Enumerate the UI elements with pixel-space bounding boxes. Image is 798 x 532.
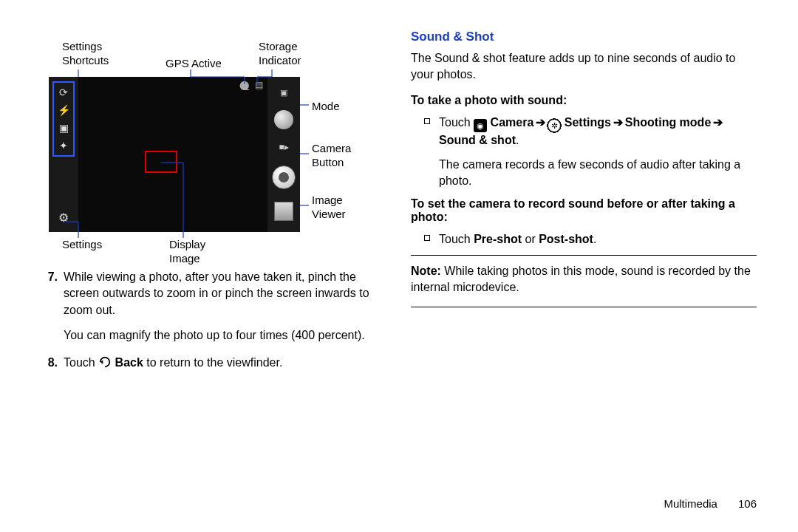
intro-para: The Sound & shot feature adds up to nine… xyxy=(411,50,757,83)
step-text: While viewing a photo, after you have ta… xyxy=(64,269,381,318)
brightness-icon: ✦ xyxy=(59,140,68,151)
bullet-marker xyxy=(424,118,430,124)
video-icon: ■▸ xyxy=(279,142,288,152)
footer-page: 106 xyxy=(738,497,757,510)
label-gps-active: GPS Active xyxy=(166,57,222,71)
label-settings: Settings xyxy=(62,238,102,252)
sub-text: The camera records a few seconds of audi… xyxy=(439,158,740,187)
bold-text: Back xyxy=(112,356,143,369)
switch-camera-icon: ⟳ xyxy=(59,87,68,98)
camera-diagram: Settings Shortcuts GPS Active Storage In… xyxy=(49,30,359,244)
step-7-sub: You can magnify the photo up to four tim… xyxy=(64,327,381,344)
text: or xyxy=(522,233,539,245)
focus-rectangle xyxy=(145,151,177,173)
still-icon: ▣ xyxy=(280,88,287,98)
arrow: ➔ xyxy=(611,115,625,131)
metering-icon: ▣ xyxy=(59,123,69,133)
bullet-marker xyxy=(424,235,430,241)
bullet-2: Touch Pre-shot or Post-shot. xyxy=(424,231,757,248)
label-image-viewer: Image Viewer xyxy=(312,194,346,222)
label-storage-indicator: Storage Indicator xyxy=(259,40,301,68)
label-camera-button: Camera Button xyxy=(312,142,351,170)
back-icon xyxy=(98,356,112,368)
note-text: While taking photos in this mode, sound … xyxy=(411,265,751,293)
text: . xyxy=(593,233,596,245)
camera-viewfinder: ⬤̲ ▤ ⟳ ⚡ ▣ ✦ ⚙ ▣ ■▸ xyxy=(49,77,300,232)
bullet-1: Touch ◉ Camera ➔ ✲ Settings ➔ Shooting m… xyxy=(424,115,757,190)
bullet-text: Touch Pre-shot or Post-shot. xyxy=(439,231,757,248)
subheading-1: To take a photo with sound: xyxy=(411,94,757,107)
gps-pin-icon: ⬤̲ xyxy=(239,80,249,90)
step-number: 8. xyxy=(41,355,58,371)
step-8: 8. Touch Back to return to the viewfinde… xyxy=(41,355,381,371)
shortcuts-highlight: ⟳ ⚡ ▣ ✦ xyxy=(52,81,75,157)
text: . xyxy=(516,134,519,146)
gallery-thumb-icon xyxy=(274,202,293,221)
divider xyxy=(411,307,757,307)
bullet-text: Touch ◉ Camera ➔ ✲ Settings ➔ Shooting m… xyxy=(439,115,757,190)
label-display-image: Display Image xyxy=(169,238,205,266)
text: Touch xyxy=(439,233,474,245)
bold-text: Pre-shot xyxy=(474,233,522,245)
bold-text: Post-shot xyxy=(539,233,593,245)
note-para: Note: While taking photos in this mode, … xyxy=(411,263,757,296)
divider xyxy=(411,255,757,256)
bold-text: Shooting mode xyxy=(625,116,711,129)
note-label: Note: xyxy=(411,265,441,277)
gear-icon: ⚙ xyxy=(58,211,69,225)
label-settings-shortcuts: Settings Shortcuts xyxy=(62,40,109,68)
shutter-button-icon xyxy=(272,166,296,189)
bold-text: Camera xyxy=(487,116,533,129)
subheading-2: To set the camera to record sound before… xyxy=(411,197,757,224)
label-mode: Mode xyxy=(312,100,340,114)
mode-dial-icon xyxy=(274,110,293,129)
bold-text: Sound & shot xyxy=(439,134,516,146)
text: to return to the viewfinder. xyxy=(143,356,283,369)
flash-icon: ⚡ xyxy=(58,105,70,115)
bold-text: Settings xyxy=(561,116,611,129)
section-heading: Sound & Shot xyxy=(411,30,757,44)
text: Touch xyxy=(439,116,474,129)
footer-section: Multimedia xyxy=(664,497,717,510)
arrow: ➔ xyxy=(711,115,725,131)
page-footer: Multimedia106 xyxy=(664,497,757,510)
step-text: Touch Back to return to the viewfinder. xyxy=(64,355,381,371)
text: Touch xyxy=(64,356,98,369)
settings-gear-icon: ✲ xyxy=(548,119,561,132)
storage-card-icon: ▤ xyxy=(255,80,263,90)
step-number: 7. xyxy=(41,269,58,318)
step-7: 7. While viewing a photo, after you have… xyxy=(41,269,381,318)
camera-icon: ◉ xyxy=(474,119,487,132)
